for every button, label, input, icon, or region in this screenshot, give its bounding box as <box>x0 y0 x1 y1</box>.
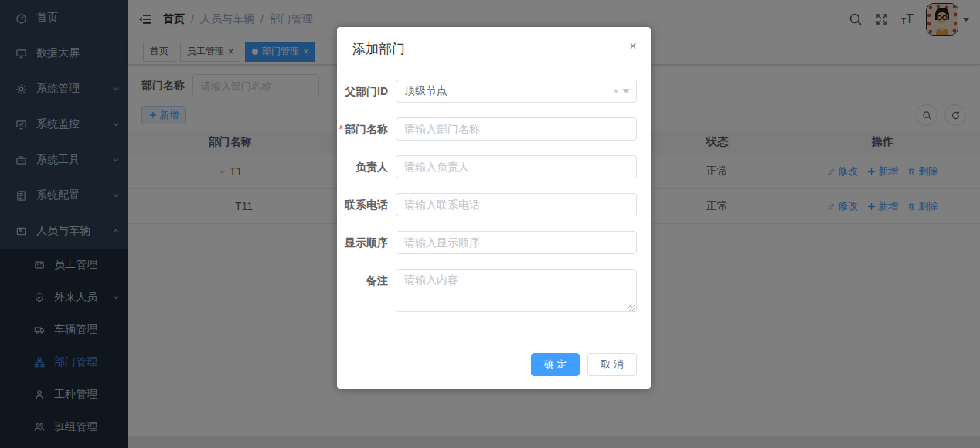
form-row-phone: 联系电话 <box>337 193 651 216</box>
display-order-label: 显示顺序 <box>337 231 388 254</box>
form-row-parent-dept: 父部门ID 顶级节点 × <box>337 80 651 103</box>
close-icon[interactable]: × <box>629 39 637 53</box>
leader-input[interactable] <box>396 155 637 178</box>
dept-name-input[interactable] <box>396 117 637 141</box>
cancel-button[interactable]: 取 消 <box>587 353 637 376</box>
display-order-input[interactable] <box>396 231 637 254</box>
remark-textarea[interactable] <box>396 269 637 312</box>
dialog-footer: 确 定 取 消 <box>531 353 637 376</box>
form-row-remark: 备注 <box>337 269 651 314</box>
confirm-button[interactable]: 确 定 <box>531 353 580 376</box>
phone-input[interactable] <box>396 193 637 216</box>
phone-label: 联系电话 <box>337 193 388 216</box>
dialog-body: 父部门ID 顶级节点 × *部门名称 负责人 <box>337 58 651 314</box>
clear-icon[interactable]: × <box>613 85 619 97</box>
app-window: 首页 数据大屏 系统管理 系统监控 系统工具 <box>0 0 980 448</box>
textarea-resize-handle[interactable] <box>628 305 635 312</box>
form-row-leader: 负责人 <box>337 155 651 178</box>
form-row-dept-name: *部门名称 <box>337 117 651 141</box>
add-department-dialog: 添加部门 × 父部门ID 顶级节点 × *部门名称 <box>337 27 651 389</box>
parent-dept-label: 父部门ID <box>337 80 388 103</box>
caret-down-icon <box>622 89 630 93</box>
parent-dept-value: 顶级节点 <box>404 84 613 98</box>
dialog-title: 添加部门 <box>352 42 405 56</box>
remark-label: 备注 <box>337 269 388 292</box>
leader-label: 负责人 <box>337 155 388 178</box>
form-row-display-order: 显示顺序 <box>337 231 651 254</box>
parent-dept-select[interactable]: 顶级节点 × <box>396 80 637 103</box>
dept-name-label: *部门名称 <box>337 117 388 141</box>
required-mark: * <box>339 123 343 135</box>
dialog-header: 添加部门 × <box>337 27 651 58</box>
